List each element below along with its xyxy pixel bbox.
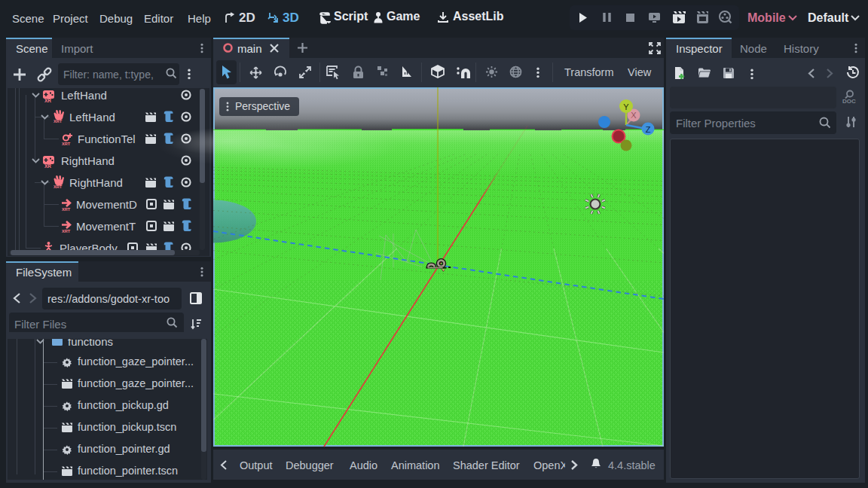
svg-text:XRT: XRT (62, 142, 71, 146)
svg-text:XR: XR (44, 163, 51, 169)
svg-text:XR: XR (44, 98, 51, 103)
svg-text:Z: Z (646, 125, 651, 134)
svg-text:Y: Y (623, 102, 629, 111)
svg-text:XRT: XRT (62, 207, 71, 212)
svg-text:XRT: XRT (53, 185, 63, 189)
svg-text:XRT: XRT (53, 119, 63, 124)
svg-text:DOC: DOC (842, 98, 856, 105)
svg-text:XRT: XRT (62, 229, 71, 233)
